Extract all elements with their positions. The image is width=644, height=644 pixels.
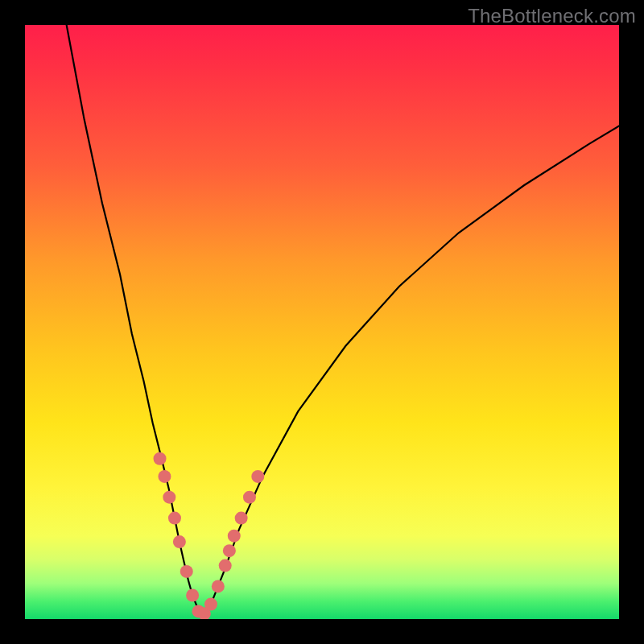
curve-left [67,25,204,616]
plot-area [25,25,619,619]
marker-dot [212,580,225,592]
marker-dot [219,559,232,572]
marker-dot [243,491,256,504]
marker-dot [163,491,175,504]
marker-dot [228,530,241,543]
marker-dot [158,470,171,483]
marker-dot [186,588,199,601]
marker-dot [235,512,248,525]
marker-dot [154,452,167,465]
marker-dot [180,565,193,578]
marker-dot [173,535,186,548]
marker-dot [223,544,236,557]
marker-dot [204,598,217,611]
watermark-text: TheBottleneck.com [468,5,636,27]
chart-frame: TheBottleneck.com [0,0,644,644]
curve-right [203,126,619,616]
marker-dot [251,470,264,483]
marker-dot [168,512,181,525]
bottleneck-curve-svg [25,25,619,619]
marker-group [154,452,265,619]
